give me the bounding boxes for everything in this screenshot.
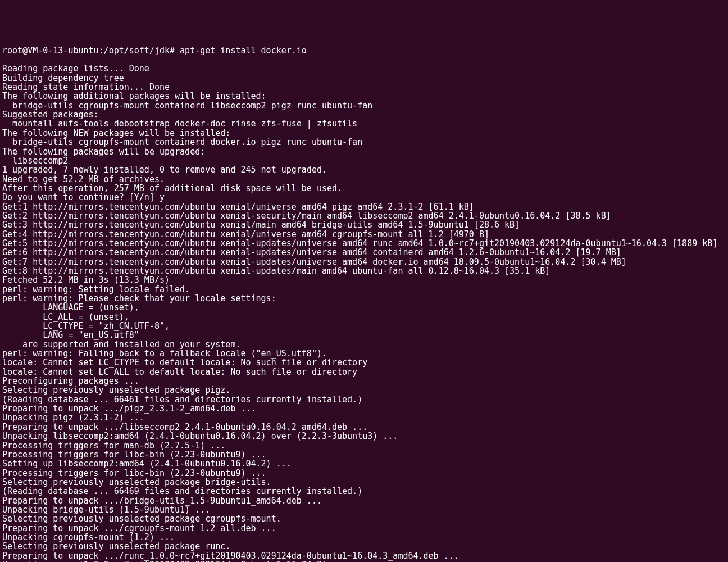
terminal-line: Reading package lists... Done [2, 64, 726, 73]
prompt-line: root@VM-0-13-ubuntu:/opt/soft/jdk# apt-g… [2, 46, 726, 55]
terminal-line: Preparing to unpack .../cgroupfs-mount_1… [2, 524, 726, 533]
terminal-line: After this operation, 257 MB of addition… [2, 184, 726, 193]
terminal-line: The following additional packages will b… [2, 92, 726, 101]
terminal-output: Reading package lists... DoneBuilding de… [2, 64, 726, 562]
terminal-line: Get:5 http://mirrors.tencentyun.com/ubun… [2, 239, 726, 248]
terminal-line: are supported and installed on your syst… [2, 340, 726, 349]
terminal-line: Get:8 http://mirrors.tencentyun.com/ubun… [2, 266, 726, 275]
terminal-line: Get:7 http://mirrors.tencentyun.com/ubun… [2, 257, 726, 266]
terminal-line: bridge-utils cgroupfs-mount containerd d… [2, 138, 726, 147]
terminal-line: Building dependency tree [2, 74, 726, 83]
terminal-line: Selecting previously unselected package … [2, 478, 726, 487]
terminal-line: Need to get 52.2 MB of archives. [2, 175, 726, 184]
terminal-line: Get:3 http://mirrors.tencentyun.com/ubun… [2, 220, 726, 229]
terminal-window[interactable]: root@VM-0-13-ubuntu:/opt/soft/jdk# apt-g… [2, 37, 726, 562]
terminal-line: 1 upgraded, 7 newly installed, 0 to remo… [2, 165, 726, 174]
terminal-line: LC_CTYPE = "zh_CN.UTF-8", [2, 321, 726, 330]
terminal-line: Selecting previously unselected package … [2, 514, 726, 523]
terminal-line: mountall aufs-tools debootstrap docker-d… [2, 119, 726, 128]
terminal-line: Fetched 52.2 MB in 3s (13.3 MB/s) [2, 275, 726, 284]
terminal-line: Get:6 http://mirrors.tencentyun.com/ubun… [2, 248, 726, 257]
prompt-path: :/opt/soft/jdk# [99, 46, 175, 56]
terminal-line: Get:4 http://mirrors.tencentyun.com/ubun… [2, 230, 726, 239]
terminal-line: Unpacking bridge-utils (1.5-9ubuntu1) ..… [2, 505, 726, 514]
terminal-line: perl: warning: Please check that your lo… [2, 294, 726, 303]
terminal-line: Unpacking libseccomp2:amd64 (2.4.1-0ubun… [2, 432, 726, 441]
terminal-line: Preparing to unpack .../pigz_2.3.1-2_amd… [2, 404, 726, 413]
terminal-line: Setting up libseccomp2:amd64 (2.4.1-0ubu… [2, 459, 726, 468]
terminal-line: (Reading database ... 66469 files and di… [2, 487, 726, 496]
terminal-line: Preparing to unpack .../runc_1.0.0~rc7+g… [2, 551, 726, 560]
prompt-command: apt-get install docker.io [175, 46, 307, 56]
terminal-line: Suggested packages: [2, 110, 726, 119]
terminal-line: perl: warning: Setting locale failed. [2, 285, 726, 294]
terminal-line: Reading state information... Done [2, 83, 726, 92]
terminal-line: Unpacking cgroupfs-mount (1.2) ... [2, 533, 726, 542]
terminal-line: (Reading database ... 66461 files and di… [2, 395, 726, 404]
terminal-line: libseccomp2 [2, 156, 726, 165]
terminal-line: LC_ALL = (unset), [2, 312, 726, 321]
terminal-line: Get:1 http://mirrors.tencentyun.com/ubun… [2, 202, 726, 211]
terminal-line: LANG = "en_US.utf8" [2, 330, 726, 339]
terminal-line: locale: Cannot set LC_ALL to default loc… [2, 368, 726, 377]
terminal-line: Selecting previously unselected package … [2, 386, 726, 395]
terminal-line: Preconfiguring packages ... [2, 377, 726, 386]
terminal-line: Processing triggers for man-db (2.7.5-1)… [2, 441, 726, 450]
prompt-user-host: root@VM-0-13-ubuntu [2, 46, 99, 56]
terminal-line: Get:2 http://mirrors.tencentyun.com/ubun… [2, 211, 726, 220]
terminal-line: perl: warning: Falling back to a fallbac… [2, 349, 726, 358]
terminal-line: Processing triggers for libc-bin (2.23-0… [2, 450, 726, 459]
terminal-line: Processing triggers for libc-bin (2.23-0… [2, 469, 726, 478]
terminal-line: Unpacking pigz (2.3.1-2) ... [2, 413, 726, 422]
terminal-line: bridge-utils cgroupfs-mount containerd l… [2, 101, 726, 110]
terminal-line: locale: Cannot set LC_CTYPE to default l… [2, 358, 726, 367]
terminal-line: Do you want to continue? [Y/n] y [2, 193, 726, 202]
terminal-line: LANGUAGE = (unset), [2, 303, 726, 312]
terminal-line: The following NEW packages will be insta… [2, 129, 726, 138]
terminal-line: Selecting previously unselected package … [2, 542, 726, 551]
terminal-line: Preparing to unpack .../bridge-utils_1.5… [2, 496, 726, 505]
terminal-line: The following packages will be upgraded: [2, 147, 726, 156]
terminal-line: Preparing to unpack .../libseccomp2_2.4.… [2, 423, 726, 432]
